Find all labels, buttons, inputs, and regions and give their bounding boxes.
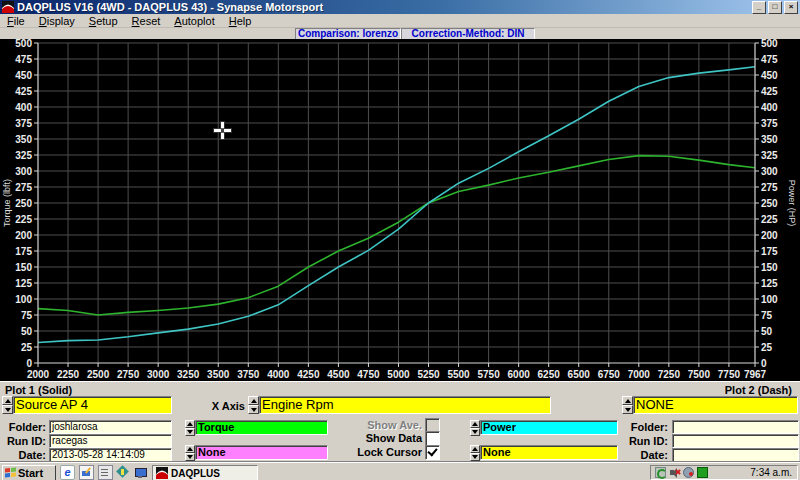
menu-display[interactable]: Display — [32, 15, 82, 27]
channel2-field[interactable]: None — [195, 445, 328, 460]
document-icon[interactable] — [98, 465, 113, 480]
svg-text:350: 350 — [761, 134, 778, 145]
menu-bar: File Display Setup Reset Autoplot Help — [0, 14, 800, 28]
plot1-runid-field[interactable]: racegas — [49, 434, 172, 448]
svg-text:6500: 6500 — [568, 369, 591, 380]
quick-launch-bar: e — [60, 465, 147, 479]
svg-text:125: 125 — [761, 278, 778, 289]
svg-text:275: 275 — [761, 182, 778, 193]
check-icon — [427, 446, 437, 457]
svg-text:7500: 7500 — [688, 369, 711, 380]
menu-help[interactable]: Help — [222, 15, 259, 27]
svg-text:2000: 2000 — [27, 369, 50, 380]
source-spinner[interactable] — [2, 396, 13, 414]
channel4-spinner[interactable] — [470, 445, 480, 461]
tray-icon-status[interactable] — [697, 467, 708, 478]
svg-text:50: 50 — [761, 326, 773, 337]
title-bar[interactable]: DAQPLUS V16 (4WD - DAQPLUS 43) - Synapse… — [0, 0, 800, 14]
show-data-checkbox[interactable] — [425, 431, 440, 446]
plot2-date-field[interactable] — [672, 448, 799, 462]
svg-text:7750: 7750 — [718, 369, 741, 380]
close-icon[interactable]: × — [784, 1, 798, 14]
svg-text:2750: 2750 — [117, 369, 140, 380]
svg-text:2250: 2250 — [57, 369, 80, 380]
control-panel: Plot 1 (Solid) Plot 2 (Dash) Source AP 4… — [0, 381, 800, 463]
task-button-label: DAQPLUS — [171, 468, 220, 479]
channels-icon[interactable] — [117, 466, 130, 479]
clock[interactable]: 7:34 a.m. — [750, 467, 792, 478]
tray-icon-1[interactable] — [655, 467, 666, 478]
svg-text:500: 500 — [761, 39, 778, 49]
menu-file[interactable]: File — [0, 15, 32, 27]
lock-cursor-checkbox[interactable] — [425, 445, 440, 460]
plot2-date-label: Date: — [620, 449, 668, 461]
menu-setup[interactable]: Setup — [82, 15, 125, 27]
svg-text:7250: 7250 — [658, 369, 681, 380]
svg-text:450: 450 — [15, 70, 32, 81]
tray-icon-volume-muted[interactable] — [669, 467, 680, 478]
svg-text:425: 425 — [15, 86, 32, 97]
minimize-icon[interactable]: _ — [752, 1, 766, 14]
svg-text:200: 200 — [15, 230, 32, 241]
info-bar: Comparison: lorenzo Correction-Method: D… — [0, 28, 800, 39]
tray-icon-network[interactable] — [683, 467, 694, 478]
svg-text:200: 200 — [761, 230, 778, 241]
mail-icon[interactable] — [79, 465, 94, 480]
svg-text:175: 175 — [15, 246, 32, 257]
svg-text:4250: 4250 — [297, 369, 320, 380]
channel3-spinner[interactable] — [470, 420, 480, 436]
svg-text:4750: 4750 — [357, 369, 380, 380]
taskbar-button-daqplus[interactable]: DAQPLUS — [152, 465, 258, 480]
svg-text:325: 325 — [15, 150, 32, 161]
svg-text:3250: 3250 — [177, 369, 200, 380]
plot2-header: Plot 2 (Dash) — [725, 384, 792, 396]
svg-text:100: 100 — [15, 294, 32, 305]
start-button[interactable]: Start — [2, 465, 56, 480]
system-tray: 7:34 a.m. — [650, 465, 798, 480]
plot2-source-spinner[interactable] — [622, 396, 633, 414]
show-data-label: Show Data — [340, 432, 422, 444]
channel1-field[interactable]: Torque — [195, 420, 328, 435]
plot1-source-field[interactable]: Source AP 4 — [13, 396, 172, 414]
plot2-runid-field[interactable] — [672, 434, 799, 448]
plot2-folder-field[interactable] — [672, 420, 799, 434]
plot1-date-label: Date: — [0, 449, 46, 461]
svg-text:3500: 3500 — [207, 369, 230, 380]
svg-text:4500: 4500 — [327, 369, 350, 380]
svg-text:75: 75 — [21, 310, 33, 321]
svg-text:7000: 7000 — [628, 369, 651, 380]
plot1-runid-label: Run ID: — [0, 435, 46, 447]
svg-text:150: 150 — [761, 262, 778, 273]
svg-text:375: 375 — [761, 118, 778, 129]
svg-text:500: 500 — [15, 39, 32, 49]
plot1-folder-field[interactable]: joshlarosa — [49, 420, 172, 434]
show-ave-label: Show Ave. — [340, 419, 422, 431]
svg-text:0: 0 — [761, 358, 767, 369]
plot1-header: Plot 1 (Solid) — [5, 384, 72, 396]
channel1-spinner[interactable] — [185, 420, 195, 436]
ie-icon[interactable]: e — [60, 465, 75, 480]
svg-text:300: 300 — [761, 166, 778, 177]
svg-text:5250: 5250 — [417, 369, 440, 380]
svg-text:175: 175 — [761, 246, 778, 257]
start-label: Start — [18, 467, 43, 479]
x-axis-spinner[interactable] — [248, 396, 259, 414]
plot1-date-field[interactable]: 2013-05-28 14:14:09 — [49, 448, 172, 462]
menu-autoplot[interactable]: Autoplot — [167, 15, 221, 27]
dyno-chart-area[interactable]: 0025255050757510010012512515015017517520… — [0, 39, 800, 381]
channel4-field[interactable]: None — [480, 445, 618, 460]
svg-text:2500: 2500 — [87, 369, 110, 380]
channel2-spinner[interactable] — [185, 445, 195, 461]
taskbar: Start e — [0, 462, 800, 480]
maximize-icon[interactable]: □ — [768, 1, 782, 14]
x-axis-field[interactable]: Engine Rpm — [259, 396, 551, 414]
svg-text:3000: 3000 — [147, 369, 170, 380]
menu-reset[interactable]: Reset — [125, 15, 168, 27]
app-icon — [2, 1, 14, 13]
svg-text:375: 375 — [15, 118, 32, 129]
channel3-field[interactable]: Power — [480, 420, 618, 435]
plot2-source-field[interactable]: NONE — [633, 396, 798, 414]
svg-text:225: 225 — [15, 214, 32, 225]
desktop-icon[interactable] — [134, 466, 147, 479]
crosshair-cursor — [214, 122, 231, 139]
